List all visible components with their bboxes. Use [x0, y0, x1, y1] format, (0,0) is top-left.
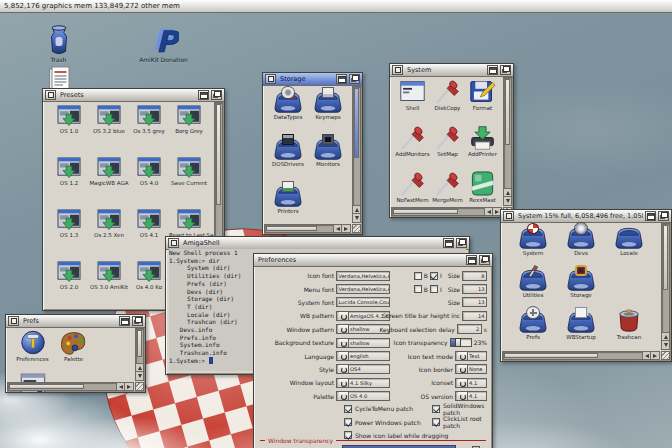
checkbox[interactable]: [432, 418, 440, 426]
system-tool-icon[interactable]: SetMap: [430, 124, 465, 170]
iconify-gadget-icon[interactable]: [198, 90, 209, 100]
volume-drawer-icon[interactable]: Storage: [557, 266, 605, 308]
depth-gadget-icon[interactable]: [349, 74, 360, 84]
resize-gadget[interactable]: [352, 224, 361, 233]
iconset-cycle[interactable]: 4.1: [455, 378, 487, 388]
close-gadget-icon[interactable]: [503, 211, 514, 221]
cycle-gadget-icon[interactable]: [339, 325, 349, 333]
system-tool-icon[interactable]: AddPrinter: [465, 124, 500, 170]
depth-gadget-icon[interactable]: [456, 238, 467, 248]
scroll-right-icon[interactable]: [341, 225, 350, 232]
scrollbar-thumb[interactable]: [137, 330, 142, 357]
scroll-down-icon[interactable]: [136, 371, 143, 380]
bold-checkbox[interactable]: [414, 285, 422, 293]
system-title-bar[interactable]: System: [390, 64, 513, 77]
field-value-box[interactable]: shallow: [336, 338, 390, 348]
depth-gadget-icon[interactable]: [658, 211, 669, 221]
field-value-box[interactable]: Verdana,Helvetica,Arial: [336, 271, 390, 281]
system-vertical-scrollbar[interactable]: [503, 77, 512, 206]
iconify-gadget-icon[interactable]: [645, 211, 656, 221]
scroll-down-icon[interactable]: [504, 196, 511, 205]
iconify-gadget-icon[interactable]: [466, 255, 477, 265]
presets-title-bar[interactable]: Presets: [43, 89, 224, 102]
field-value-box[interactable]: OS 4.0: [336, 391, 390, 401]
field-value-box[interactable]: OS4: [336, 364, 390, 374]
field-value-box[interactable]: Lucida Console,Courier N: [336, 297, 390, 307]
preset-icon[interactable]: OS 1.0: [49, 103, 89, 155]
cycle-gadget-icon[interactable]: [339, 365, 349, 373]
scroll-right-icon[interactable]: [124, 383, 133, 390]
volume-drawer-icon[interactable]: [605, 266, 653, 308]
menu-font-size-box[interactable]: 13: [462, 284, 487, 294]
icon-text-mode-cycle[interactable]: Text: [455, 351, 487, 361]
cycle-gadget-icon[interactable]: [339, 339, 349, 347]
volume-drawer-icon[interactable]: System: [509, 224, 557, 266]
depth-gadget-icon[interactable]: [132, 316, 143, 326]
scrollbar-thumb[interactable]: [354, 88, 359, 158]
checkbox[interactable]: [344, 418, 352, 426]
storage-title-bar[interactable]: Storage: [263, 73, 362, 86]
system-font-size-box[interactable]: 13: [462, 297, 487, 307]
cycle-gadget-icon[interactable]: [458, 392, 468, 400]
checkbox[interactable]: [432, 405, 440, 413]
patch-checkbox-row[interactable]: SolidWindows patch: [432, 402, 492, 415]
preset-icon[interactable]: Os 3.5 grey: [129, 103, 169, 155]
system-tool-icon[interactable]: AddMonitors: [395, 124, 430, 170]
prefs-tool-icon[interactable]: Palette: [53, 329, 94, 371]
storage-drawer-icon[interactable]: Monitors: [308, 135, 348, 182]
selection-delay-box[interactable]: 2: [457, 324, 482, 334]
volume-drawer-icon[interactable]: WBStartup: [557, 308, 605, 350]
cycle-gadget-icon[interactable]: [458, 365, 468, 373]
depth-gadget-icon[interactable]: [479, 255, 490, 265]
close-gadget-icon[interactable]: [168, 238, 179, 248]
preset-icon[interactable]: OS 4.1: [129, 207, 169, 259]
close-gadget-icon[interactable]: [45, 90, 56, 100]
scrollbar-thumb[interactable]: [504, 353, 598, 358]
cycle-gadget-icon[interactable]: [339, 312, 349, 320]
system-tool-icon[interactable]: Format: [465, 78, 500, 124]
storage-drawer-icon[interactable]: DataTypes: [268, 88, 308, 135]
preset-icon[interactable]: OS 3.2 blue: [89, 103, 129, 155]
storage-drawer-icon[interactable]: Printers: [268, 182, 308, 229]
icon-font-size-box[interactable]: 8: [462, 271, 487, 281]
preset-icon[interactable]: OS 3.0 AmiKit: [89, 259, 129, 311]
icon-transparency-slider[interactable]: [450, 338, 472, 347]
volume-vertical-scrollbar[interactable]: [661, 223, 670, 350]
depth-gadget-icon[interactable]: [211, 90, 222, 100]
volume-drawer-icon[interactable]: Prefs: [509, 308, 557, 350]
storage-horizontal-scrollbar[interactable]: [264, 224, 351, 233]
prefs-drawer-vertical-scrollbar[interactable]: [135, 328, 144, 381]
depth-gadget-icon[interactable]: [500, 65, 511, 75]
preset-icon[interactable]: Save Current: [169, 155, 209, 207]
os-version-cycle[interactable]: 4.1: [455, 391, 487, 401]
cycle-gadget-icon[interactable]: [339, 379, 349, 387]
preset-icon[interactable]: MagicWB AGA: [89, 155, 129, 207]
scrollbar-thumb[interactable]: [505, 79, 510, 145]
italic-checkbox[interactable]: [430, 285, 438, 293]
italic-checkbox[interactable]: [430, 272, 438, 280]
prefs-drawer-horizontal-scrollbar[interactable]: [7, 382, 134, 391]
desktop-icon[interactable]: Trash: [6, 24, 111, 64]
iconify-gadget-icon[interactable]: [443, 238, 454, 248]
volume-drawer-icon[interactable]: Devs: [557, 224, 605, 266]
cycle-gadget-icon[interactable]: [339, 392, 349, 400]
scrollbar-thumb[interactable]: [266, 226, 317, 231]
volume-drawer-icon[interactable]: Locale: [605, 224, 653, 266]
preset-icon[interactable]: Os 2.5 Xen: [89, 207, 129, 259]
volume-horizontal-scrollbar[interactable]: [502, 351, 660, 360]
cycle-gadget-icon[interactable]: [339, 352, 349, 360]
resize-gadget[interactable]: [135, 382, 144, 391]
checkbox[interactable]: [344, 405, 352, 413]
close-gadget-icon[interactable]: [8, 316, 19, 326]
prefs-drawer-title-bar[interactable]: Prefs: [6, 315, 145, 328]
volume-drawer-icon[interactable]: Trashcan: [605, 308, 653, 350]
patch-checkbox-row[interactable]: ClickList root patch: [432, 415, 492, 428]
preset-icon[interactable]: OS 4.0: [129, 155, 169, 207]
system-volume-title-bar[interactable]: System 15% full, 6,058,496 free, 1,058,8…: [501, 210, 671, 223]
close-gadget-icon[interactable]: [265, 74, 276, 84]
screen-title-bar[interactable]: 5,852,176 graphics mem 133,849,272 other…: [0, 0, 672, 13]
scrollbar-thumb[interactable]: [393, 209, 458, 214]
titlebar-height-box[interactable]: 14: [462, 311, 487, 321]
field-value-box[interactable]: 4.1 Silky: [336, 378, 390, 388]
desktop-icon[interactable]: AmiKit Donation: [111, 24, 216, 64]
